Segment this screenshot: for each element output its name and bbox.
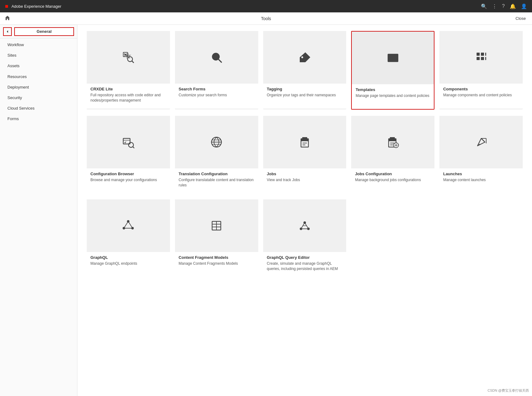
tool-info-graphql-query-editor: GraphQL Query Editor Create, simulate an… xyxy=(263,252,347,277)
tool-card-graphql-query-editor[interactable]: GraphQL Query Editor Create, simulate an… xyxy=(263,199,347,277)
tool-info-jobs: Jobs View and track Jobs xyxy=(263,168,347,193)
tool-icon-area-components xyxy=(439,31,523,84)
tool-desc-components: Manage components and content policies xyxy=(443,93,519,98)
tool-card-launches[interactable]: Launches Manage content launches xyxy=(439,116,523,193)
tool-title-tagging: Tagging xyxy=(267,87,343,91)
svg-point-3 xyxy=(212,53,219,60)
page-title: Tools xyxy=(261,16,271,21)
tool-title-templates: Templates xyxy=(355,87,430,92)
svg-line-1 xyxy=(132,61,134,63)
tool-desc-crxde: Full repository access with code editor … xyxy=(90,93,166,103)
tool-card-crxde-lite[interactable]: CRXDE Lite Full repository access with c… xyxy=(87,31,170,110)
tool-card-jobs[interactable]: Jobs View and track Jobs xyxy=(263,116,347,193)
tool-title-components: Components xyxy=(443,87,519,91)
sidebar-nav: Workflow Sites Assets Resources Deployme… xyxy=(0,38,77,126)
tool-info-search-forms: Search Forms Customize your search forms xyxy=(175,84,258,108)
tool-card-content-fragment-models[interactable]: Content Fragment Models Manage Content F… xyxy=(175,199,258,277)
tool-info-translation-config: Translation Configuration Configure tran… xyxy=(175,168,258,193)
tool-desc-graphql: Manage GraphQL endpoints xyxy=(90,261,166,266)
tool-title-graphql-query-editor: GraphQL Query Editor xyxy=(267,255,343,260)
tool-icon-area-jobs-config xyxy=(351,116,434,168)
tool-info-content-fragment-models: Content Fragment Models Manage Content F… xyxy=(175,252,258,277)
tool-title-crxde: CRXDE Lite xyxy=(90,87,166,91)
svg-rect-15 xyxy=(485,57,486,60)
tool-title-search-forms: Search Forms xyxy=(179,87,255,91)
tool-card-components[interactable]: Components Manage components and content… xyxy=(439,31,523,110)
svg-rect-13 xyxy=(481,57,484,60)
tool-icon-area-config-browser xyxy=(87,116,170,168)
tool-card-translation-config[interactable]: Translation Configuration Configure tran… xyxy=(175,116,258,193)
tool-card-graphql[interactable]: GraphQL Manage GraphQL endpoints xyxy=(87,199,170,277)
user-icon[interactable]: 👤 xyxy=(521,3,527,9)
tool-desc-templates: Manage page templates and content polici… xyxy=(355,93,430,98)
tool-card-tagging[interactable]: Tagging Organize your tags and their nam… xyxy=(263,31,347,110)
main-content: CRXDE Lite Full repository access with c… xyxy=(77,25,532,396)
tool-icon-area-tagging xyxy=(263,31,347,84)
tool-info-components: Components Manage components and content… xyxy=(439,84,523,108)
search-icon[interactable]: 🔍 xyxy=(481,3,487,9)
svg-rect-11 xyxy=(481,53,484,56)
tool-desc-launches: Manage content launches xyxy=(443,177,519,183)
svg-rect-10 xyxy=(477,53,480,56)
tool-info-config-browser: Configuration Browser Browse and manage … xyxy=(87,168,170,193)
sidebar-item-cloud-services[interactable]: Cloud Services xyxy=(0,103,77,114)
watermark: CSDN @费宝玉拳打镇关西 xyxy=(488,388,529,393)
svg-point-0 xyxy=(128,57,133,62)
sidebar-item-assets[interactable]: Assets xyxy=(0,61,77,71)
notification-icon[interactable]: 🔔 xyxy=(510,3,516,9)
tool-icon-area-search-forms xyxy=(175,31,258,84)
tools-row-1: Configuration Browser Browse and manage … xyxy=(87,116,523,193)
tool-card-templates[interactable]: Templates Manage page templates and cont… xyxy=(351,31,434,110)
tool-desc-graphql-query-editor: Create, simulate and manage GraphQL quer… xyxy=(267,261,343,272)
tool-icon-area-crxde xyxy=(87,31,170,84)
sidebar-general-button[interactable]: General xyxy=(14,27,74,36)
tool-icon-area-launches xyxy=(439,116,523,168)
tool-icon-area-templates xyxy=(352,32,434,84)
tool-desc-search-forms: Customize your search forms xyxy=(179,93,255,98)
sidebar-item-security[interactable]: Security xyxy=(0,93,77,103)
tool-info-jobs-config: Jobs Configuration Manage background job… xyxy=(351,168,434,193)
close-button[interactable]: Close xyxy=(516,16,526,21)
tool-icon-area-content-fragment-models xyxy=(175,199,258,252)
tool-desc-jobs: View and track Jobs xyxy=(267,177,343,183)
svg-rect-9 xyxy=(389,59,392,60)
sidebar-item-workflow[interactable]: Workflow xyxy=(0,40,77,50)
topbar-left: ■ Adobe Experience Manager xyxy=(5,3,61,10)
svg-line-40 xyxy=(128,221,133,228)
tool-info-tagging: Tagging Organize your tags and their nam… xyxy=(263,84,347,108)
svg-rect-25 xyxy=(301,139,308,141)
topbar-right: 🔍 ⋮ ? 🔔 👤 xyxy=(481,3,527,9)
sidebar-back-button[interactable] xyxy=(3,27,12,36)
home-icon[interactable] xyxy=(5,15,10,22)
sidebar-header: General xyxy=(0,25,77,38)
tool-title-graphql: GraphQL xyxy=(90,255,166,260)
tool-title-translation-config: Translation Configuration xyxy=(179,172,255,176)
svg-rect-7 xyxy=(389,56,397,57)
svg-rect-8 xyxy=(389,58,394,59)
app-title: Adobe Experience Manager xyxy=(11,4,61,9)
tool-card-config-browser[interactable]: Configuration Browser Browse and manage … xyxy=(87,116,170,193)
tool-card-jobs-config[interactable]: Jobs Configuration Manage background job… xyxy=(351,116,434,193)
svg-point-5 xyxy=(301,56,303,58)
svg-rect-30 xyxy=(389,139,396,141)
tool-desc-content-fragment-models: Manage Content Fragments Models xyxy=(179,261,255,266)
tools-row-0: CRXDE Lite Full repository access with c… xyxy=(87,31,523,110)
tool-title-jobs-config: Jobs Configuration xyxy=(355,172,431,176)
sidebar-item-forms[interactable]: Forms xyxy=(0,114,77,124)
tool-card-search-forms[interactable]: Search Forms Customize your search forms xyxy=(175,31,258,110)
tool-info-crxde: CRXDE Lite Full repository access with c… xyxy=(87,84,170,108)
tool-info-graphql: GraphQL Manage GraphQL endpoints xyxy=(87,252,170,277)
apps-icon[interactable]: ⋮ xyxy=(492,3,497,9)
sidebar-item-sites[interactable]: Sites xyxy=(0,50,77,61)
tool-title-content-fragment-models: Content Fragment Models xyxy=(179,255,255,260)
svg-line-39 xyxy=(124,221,128,228)
topbar: ■ Adobe Experience Manager 🔍 ⋮ ? 🔔 👤 xyxy=(0,0,532,12)
tool-title-jobs: Jobs xyxy=(267,172,343,176)
tool-icon-area-translation-config xyxy=(175,116,258,168)
sidebar-item-resources[interactable]: Resources xyxy=(0,72,77,82)
tool-icon-area-jobs xyxy=(263,116,347,168)
tool-icon-area-graphql-query-editor xyxy=(263,199,347,252)
help-icon[interactable]: ? xyxy=(502,3,505,9)
sidebar-item-deployment[interactable]: Deployment xyxy=(0,82,77,93)
sidebar: General Workflow Sites Assets Resources … xyxy=(0,25,77,396)
